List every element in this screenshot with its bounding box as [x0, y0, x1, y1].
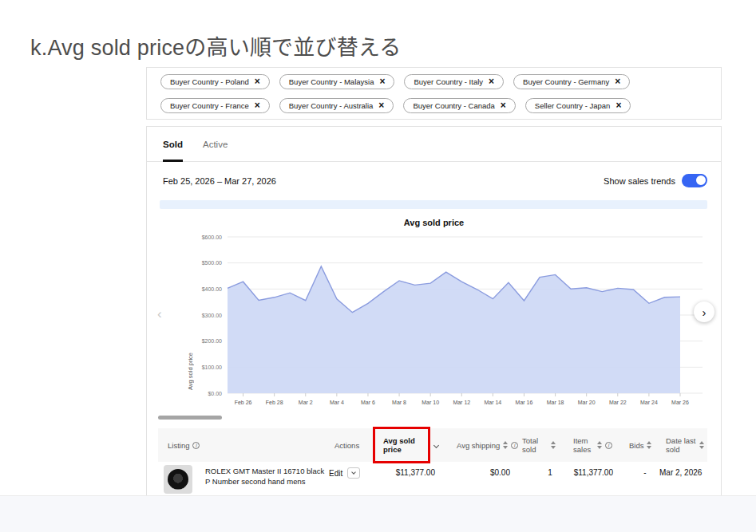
show-sales-trends-control: Show sales trends [604, 174, 707, 187]
svg-text:Mar 14: Mar 14 [484, 400, 501, 405]
remove-chip-icon[interactable]: × [379, 78, 385, 85]
table-header: Listing i Actions Avg sold price Avg shi… [158, 428, 707, 462]
svg-text:Mar 12: Mar 12 [453, 400, 470, 405]
column-actions-label: Actions [334, 441, 359, 450]
tabs-row: Sold Active [147, 127, 721, 162]
toggle-knob-icon [695, 174, 707, 187]
listing-title[interactable]: ROLEX GMT Master II 16710 black P Number… [205, 466, 333, 487]
sort-icon[interactable] [597, 441, 602, 449]
chevron-right-icon[interactable]: › [694, 301, 714, 322]
svg-text:$200.00: $200.00 [202, 338, 222, 344]
row-actions: Edit [329, 467, 360, 479]
filter-chip-label: Buyer Country - Poland [170, 77, 249, 86]
column-total-sold[interactable]: Total sold [522, 428, 546, 462]
cell-date-last-sold: Mar 2, 2026 [659, 468, 715, 477]
svg-text:Mar 26: Mar 26 [671, 400, 689, 405]
date-range-slider[interactable] [160, 200, 707, 209]
remove-chip-icon[interactable]: × [615, 102, 621, 109]
filter-chip[interactable]: Buyer Country - Australia× [279, 98, 394, 113]
svg-text:Mar 2: Mar 2 [299, 400, 313, 405]
watch-image [168, 469, 188, 490]
sort-desc-icon[interactable] [433, 443, 439, 448]
filter-chip-label: Seller Country - Japan [535, 101, 611, 110]
sales-trends-toggle[interactable] [682, 174, 707, 187]
sort-icon[interactable] [551, 428, 556, 462]
edit-button[interactable]: Edit [329, 469, 342, 478]
remove-chip-icon[interactable]: × [255, 102, 260, 109]
table-row[interactable]: ROLEX GMT Master II 16710 black P Number… [158, 462, 707, 495]
column-avg-shipping-label: Avg shipping [457, 441, 500, 450]
column-item-sales[interactable]: Item sales [573, 428, 596, 462]
sort-icon[interactable] [647, 441, 651, 449]
column-avg-shipping[interactable]: Avg shipping i [457, 428, 518, 462]
svg-text:$400.00: $400.00 [202, 286, 222, 292]
svg-text:$300.00: $300.00 [202, 313, 222, 318]
svg-text:Mar 22: Mar 22 [609, 400, 627, 405]
tab-sold[interactable]: Sold [163, 127, 183, 162]
page: { "page": { "title": "k.Avg sold priceの高… [0, 0, 756, 532]
svg-text:$500.00: $500.00 [202, 260, 222, 266]
svg-text:$100.00: $100.00 [202, 365, 222, 370]
info-icon[interactable]: i [605, 442, 612, 449]
listing-title-line1: ROLEX GMT Master II 16710 black [205, 466, 333, 476]
horizontal-scrollbar[interactable] [158, 416, 222, 420]
cell-total-sold: 1 [542, 468, 558, 477]
svg-text:Mar 20: Mar 20 [578, 400, 596, 405]
filter-chip-label: Buyer Country - France [170, 101, 249, 110]
remove-chip-icon[interactable]: × [501, 102, 506, 109]
chevron-down-icon [351, 470, 356, 475]
results-panel: Sold Active Feb 25, 2026 – Mar 27, 2026 … [146, 126, 722, 495]
highlight-annotation-box [373, 427, 430, 463]
svg-text:Mar 4: Mar 4 [330, 400, 344, 405]
filter-chip[interactable]: Buyer Country - France× [160, 98, 270, 113]
svg-text:Mar 6: Mar 6 [361, 400, 375, 405]
svg-text:$0.00: $0.00 [208, 391, 222, 396]
svg-text:Mar 18: Mar 18 [547, 400, 564, 405]
remove-chip-icon[interactable]: × [489, 78, 494, 85]
listing-title-line2: P Number second hand mens [205, 476, 333, 487]
svg-text:Mar 16: Mar 16 [516, 400, 533, 405]
filter-chips-card: Buyer Country - Poland×Buyer Country - M… [146, 67, 722, 120]
sort-icon[interactable] [699, 428, 704, 462]
filter-chip[interactable]: Buyer Country - Germany× [513, 74, 630, 89]
filter-chip[interactable]: Buyer Country - Poland× [160, 74, 270, 89]
filter-chip-label: Buyer Country - Malaysia [289, 77, 374, 86]
column-bids[interactable]: Bids [629, 428, 651, 462]
svg-text:$600.00: $600.00 [202, 234, 222, 240]
filter-chips: Buyer Country - Poland×Buyer Country - M… [160, 74, 707, 113]
page-title: k.Avg sold priceの高い順で並び替える [30, 30, 401, 61]
filter-chip-label: Buyer Country - Canada [413, 101, 494, 110]
column-bids-label: Bids [629, 441, 643, 450]
filter-chip[interactable]: Buyer Country - Italy× [404, 74, 504, 89]
filter-chip-label: Buyer Country - Italy [414, 77, 483, 86]
cell-item-sales: $11,377.00 [557, 468, 613, 477]
column-listing-label: Listing [168, 441, 189, 450]
remove-chip-icon[interactable]: × [615, 78, 620, 85]
cell-avg-shipping: $0.00 [462, 468, 510, 477]
column-actions: Actions [334, 428, 359, 462]
sales-chart: $600.00$500.00$400.00$300.00$200.00$100.… [176, 232, 719, 412]
column-item-sales-extras: i [597, 428, 612, 462]
svg-text:Mar 10: Mar 10 [422, 400, 439, 405]
filter-chip-label: Buyer Country - Australia [289, 101, 374, 110]
show-sales-trends-label: Show sales trends [604, 176, 675, 186]
column-date-last-sold[interactable]: Date last sold [666, 428, 701, 462]
listing-thumbnail[interactable] [164, 465, 192, 494]
filter-chip[interactable]: Buyer Country - Malaysia× [279, 74, 395, 89]
filter-chip[interactable]: Seller Country - Japan× [525, 98, 631, 113]
info-icon[interactable]: i [192, 442, 200, 449]
filter-chip[interactable]: Buyer Country - Canada× [403, 98, 515, 113]
date-range-label: Feb 25, 2026 – Mar 27, 2026 [163, 176, 276, 186]
tab-active[interactable]: Active [203, 127, 228, 162]
svg-text:Feb 26: Feb 26 [235, 400, 252, 405]
remove-chip-icon[interactable]: × [378, 102, 384, 109]
column-listing[interactable]: Listing i [168, 428, 200, 462]
sort-icon[interactable] [503, 441, 508, 449]
cell-bids: - [637, 468, 653, 477]
info-icon[interactable]: i [511, 442, 518, 449]
svg-text:Mar 24: Mar 24 [640, 400, 658, 405]
chevron-left-icon[interactable]: ‹ [157, 306, 162, 322]
remove-chip-icon[interactable]: × [255, 78, 260, 85]
filter-chip-label: Buyer Country - Germany [523, 77, 609, 86]
edit-dropdown-button[interactable] [347, 467, 360, 479]
